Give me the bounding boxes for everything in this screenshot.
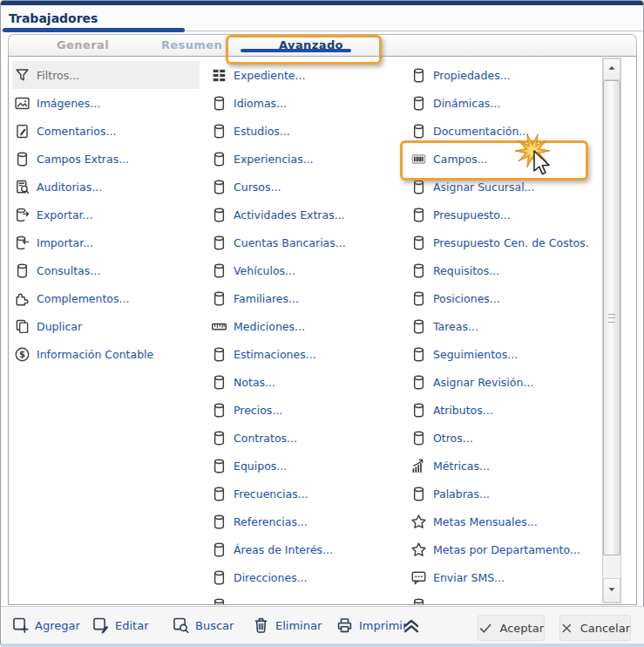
menu-item-label: Complementos... <box>37 292 129 305</box>
menu-item-metas-por-departamento[interactable]: Metas por Departamento... <box>409 535 597 563</box>
menu-item-metricas[interactable]: Métricas... <box>409 452 597 480</box>
menu-item-propiedades[interactable]: Propiedades... <box>409 61 597 89</box>
window-title-bar: Trabajadores <box>1 5 643 34</box>
tab-general[interactable]: General <box>22 38 144 51</box>
window-bottom-strip <box>1 644 644 647</box>
menu-item-label: Consultas... <box>37 264 100 277</box>
scroll-down-button[interactable] <box>603 578 620 603</box>
toolbar-link-label: Eliminar <box>275 619 322 632</box>
menu-item-presupuesto[interactable]: Presupuesto... <box>409 201 597 228</box>
menu-item-asignar-revision[interactable]: Asignar Revisión... <box>409 368 597 396</box>
menu-item-label: Presupuesto Cen. de Costos. <box>433 236 589 249</box>
menu-item-label: Dinámicas... <box>433 97 500 110</box>
menu-item-familiares[interactable]: Familiares... <box>209 284 399 312</box>
menu-item-duplicar[interactable]: Duplicar <box>12 312 200 340</box>
menu-item-requisitos[interactable]: Requisitos... <box>409 256 597 284</box>
menu-item-label: Direcciones... <box>234 571 308 584</box>
menu-item-atributos[interactable]: Atributos... <box>409 396 597 424</box>
database-icon <box>211 346 227 363</box>
database-icon <box>211 151 227 167</box>
tab-resumen[interactable]: Resumen <box>131 38 253 51</box>
menu-item-frecuencias[interactable]: Frecuencias... <box>209 480 399 507</box>
menu-item-label: Asignar Revisión... <box>433 376 533 389</box>
menu-item-label: Estudios... <box>234 125 290 138</box>
editar-link[interactable]: Editar <box>92 616 149 635</box>
menu-item-posiciones[interactable]: Posiciones... <box>409 284 597 312</box>
menu-item-documentacion[interactable]: Documentación... <box>409 117 597 145</box>
menu-item-label: Asignar Sucursal... <box>433 180 535 194</box>
buscar-link[interactable]: Buscar <box>172 616 234 635</box>
menu-item-label: Cuentas Bancarias... <box>234 236 346 249</box>
aceptar-button[interactable]: Aceptar <box>478 615 545 641</box>
imprimir-link[interactable]: Imprimir <box>336 616 407 635</box>
menu-item-imagenes[interactable]: Imágenes... <box>12 89 200 117</box>
menu-item-label: Campos... <box>433 153 488 166</box>
menu-item-referencias[interactable]: Referencias... <box>209 507 399 535</box>
database-icon <box>410 430 427 446</box>
menu-item-equipos[interactable]: Equipos... <box>209 452 399 480</box>
menu-item-seguimientos[interactable]: Seguimientos... <box>409 340 597 368</box>
eliminar-link[interactable]: Eliminar <box>252 616 322 635</box>
menu-item-cursos[interactable]: Cursos... <box>209 173 399 201</box>
collapse-toolbar-button[interactable] <box>401 615 422 636</box>
menu-item-dinamicas[interactable]: Dinámicas... <box>409 89 597 117</box>
menu-item-partial[interactable] <box>409 591 597 605</box>
menu-item-label: Propiedades... <box>433 69 511 82</box>
menu-item-label: Equipos... <box>234 460 287 473</box>
aceptar-label: Aceptar <box>500 622 544 635</box>
menu-item-direcciones[interactable]: Direcciones... <box>209 563 399 591</box>
menu-item-campos[interactable]: Campos... <box>409 145 597 173</box>
check-icon <box>478 621 493 636</box>
menu-item-informacion-contable[interactable]: $Información Contable <box>12 340 200 368</box>
menu-item-contratos[interactable]: Contratos... <box>209 424 399 452</box>
toolbar-link-label: Editar <box>115 619 149 632</box>
menu-item-vehiculos[interactable]: Vehículos... <box>209 256 399 284</box>
menu-item-mediciones[interactable]: Mediciones... <box>209 312 399 340</box>
menu-item-expediente[interactable]: Expediente... <box>209 61 399 89</box>
ruler-icon <box>211 318 227 335</box>
menu-item-metas-mensuales[interactable]: Metas Mensuales... <box>409 507 597 535</box>
cancelar-button[interactable]: Cancelar <box>559 615 631 641</box>
barcode-icon <box>410 151 427 167</box>
menu-item-notas[interactable]: Notas... <box>209 368 399 396</box>
agregar-link[interactable]: Agregar <box>11 616 80 635</box>
menu-item-experiencias[interactable]: Experiencias... <box>209 145 399 173</box>
scrollbar-thumb[interactable] <box>603 80 620 555</box>
menu-item-presupuesto-cen-de-costos[interactable]: Presupuesto Cen. de Costos. <box>409 228 597 256</box>
menu-item-actividades-extras[interactable]: Actividades Extras... <box>209 201 399 228</box>
menu-item-enviar-sms[interactable]: Enviar SMS... <box>409 563 597 591</box>
menu-item-cuentas-bancarias[interactable]: Cuentas Bancarias... <box>209 228 399 256</box>
menu-item-label: Áreas de Interés... <box>234 543 333 556</box>
page-title[interactable]: Trabajadores <box>9 11 98 25</box>
database-icon <box>211 95 227 112</box>
menu-item-idiomas[interactable]: Idiomas... <box>209 89 399 117</box>
menu-item-otros[interactable]: Otros... <box>409 424 597 452</box>
menu-item-partial[interactable] <box>209 591 399 605</box>
menu-item-palabras[interactable]: Palabras... <box>409 480 597 507</box>
menu-item-complementos[interactable]: Complementos... <box>12 284 200 312</box>
database-icon <box>211 597 227 606</box>
menu-item-auditorias[interactable]: Auditorias... <box>12 173 200 201</box>
database-icon <box>211 541 227 558</box>
menu-item-asignar-sucursal[interactable]: Asignar Sucursal... <box>409 173 597 201</box>
database-icon <box>410 235 427 251</box>
menu-item-importar[interactable]: Importar... <box>12 228 200 256</box>
menu-item-filtros[interactable]: Filtros... <box>12 61 200 89</box>
menu-item-tareas[interactable]: Tareas... <box>409 312 597 340</box>
menu-item-estimaciones[interactable]: Estimaciones... <box>209 340 399 368</box>
audit-icon <box>14 179 31 195</box>
menu-item-estudios[interactable]: Estudios... <box>209 117 399 145</box>
menu-item-label: Importar... <box>37 236 93 249</box>
menu-item-campos-extras[interactable]: Campos Extras... <box>12 145 200 173</box>
menu-item-label: Mediciones... <box>234 320 305 333</box>
menu-column-middle: Expediente...Idiomas...Estudios...Experi… <box>209 61 399 605</box>
menu-item-comentarios[interactable]: Comentarios... <box>12 117 200 145</box>
menu-item-areas-de-interes[interactable]: Áreas de Interés... <box>209 535 399 563</box>
menu-item-consultas[interactable]: Consultas... <box>12 256 200 284</box>
menu-item-label: Metas Mensuales... <box>433 515 538 528</box>
menu-item-precios[interactable]: Precios... <box>209 396 399 424</box>
vertical-scrollbar[interactable] <box>602 58 621 603</box>
menu-item-exportar[interactable]: Exportar... <box>12 201 200 228</box>
scroll-up-button[interactable] <box>603 58 620 80</box>
scrollbar-track[interactable] <box>603 80 620 578</box>
